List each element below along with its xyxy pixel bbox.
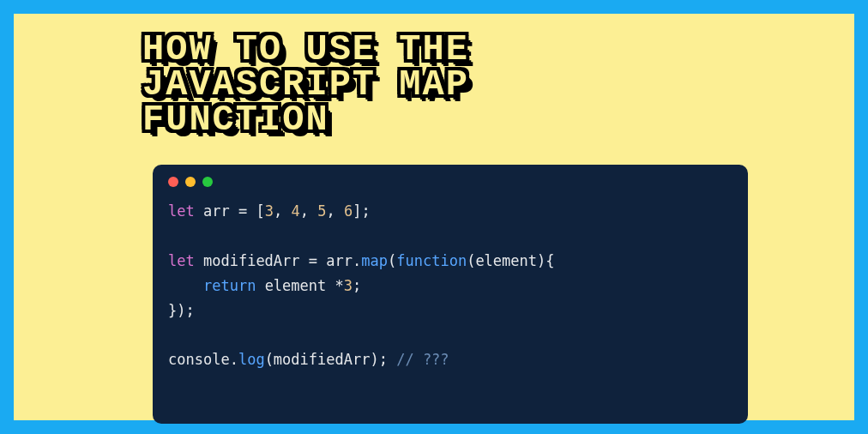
code-bracket: [ (256, 202, 264, 220)
code-number: 4 (291, 202, 299, 220)
code-method: map (361, 252, 388, 269)
code-number: 3 (265, 202, 274, 220)
title-line-3: function (142, 99, 329, 141)
close-icon (168, 177, 178, 187)
window-controls (168, 177, 732, 187)
code-close: }); (168, 302, 195, 319)
code-keyword: return (203, 277, 256, 294)
code-args: (modifiedArr); (265, 351, 388, 368)
canvas: How to use the JavaScript map function l… (14, 14, 854, 420)
code-op: * (335, 277, 344, 294)
code-block: let arr = [3, 4, 5, 6]; let modifiedArr … (168, 199, 732, 372)
code-dot: . (353, 252, 361, 269)
code-paren: ( (388, 252, 396, 269)
code-expr: element (265, 277, 335, 294)
code-op: = (238, 202, 247, 220)
code-comma: , (274, 202, 282, 220)
code-method: log (238, 351, 265, 368)
code-keyword: function (396, 252, 467, 269)
code-bracket: ]; (353, 202, 370, 220)
code-number: 6 (344, 202, 353, 220)
code-op: = (309, 252, 317, 269)
code-indent (168, 277, 203, 294)
minimize-icon (185, 177, 196, 187)
code-dot: . (230, 351, 238, 368)
code-semi: ; (353, 277, 361, 294)
page-title: How to use the JavaScript map function (142, 33, 469, 138)
code-comment: // ??? (396, 351, 449, 368)
code-params: (element){ (467, 252, 554, 269)
code-comma: , (326, 202, 335, 220)
maximize-icon (202, 177, 213, 187)
code-number: 3 (344, 277, 353, 294)
code-keyword: let (168, 252, 195, 269)
code-ident: arr (326, 252, 353, 269)
code-keyword: let (168, 202, 195, 220)
code-comma: , (300, 202, 309, 220)
code-ident: modifiedArr (203, 252, 300, 269)
code-editor-window: let arr = [3, 4, 5, 6]; let modifiedArr … (153, 165, 748, 424)
code-number: 5 (317, 202, 326, 220)
code-ident: console (168, 351, 230, 368)
code-ident: arr (203, 202, 230, 220)
